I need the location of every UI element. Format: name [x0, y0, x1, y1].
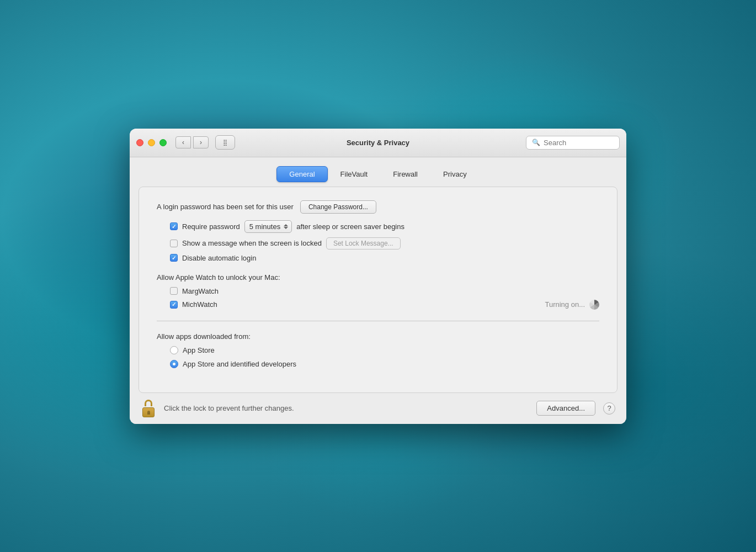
search-input[interactable]	[544, 139, 614, 147]
require-password-row: Require password 5 minutes after sleep o…	[170, 220, 599, 233]
app-store-identified-radio[interactable]	[170, 360, 178, 368]
apple-watch-options: MargWatch MichWatch Turning on...	[157, 287, 599, 310]
mich-watch-checkbox[interactable]	[170, 301, 178, 309]
disable-login-label: Disable automatic login	[182, 254, 256, 262]
show-message-label: Show a message when the screen is locked	[182, 239, 322, 247]
require-password-inline: Require password 5 minutes after sleep o…	[182, 220, 404, 233]
login-password-section: A login password has been set for this u…	[157, 200, 599, 262]
minimize-button[interactable]	[148, 139, 155, 146]
footer: Click the lock to prevent further change…	[130, 393, 626, 424]
traffic-lights	[136, 139, 167, 146]
nav-buttons: ‹ ›	[175, 136, 209, 148]
mich-watch-left: MichWatch	[170, 300, 217, 309]
set-lock-message-button[interactable]: Set Lock Message...	[326, 237, 401, 250]
app-source-options: App Store App Store and identified devel…	[157, 346, 599, 368]
window-title: Security & Privacy	[347, 139, 409, 147]
mich-watch-row: MichWatch Turning on...	[170, 300, 599, 310]
back-button[interactable]: ‹	[175, 136, 191, 148]
system-preferences-window: ‹ › ⣿ Security & Privacy 🔍 General FileV…	[130, 129, 626, 424]
lock-body	[142, 407, 155, 417]
show-message-checkbox[interactable]	[170, 240, 178, 247]
tab-filevault[interactable]: FileVault	[328, 166, 381, 182]
search-icon: 🔍	[532, 139, 540, 146]
tab-firewall[interactable]: Firewall	[380, 166, 430, 182]
mich-watch-label: MichWatch	[182, 300, 217, 309]
spinner-icon	[589, 300, 599, 310]
maximize-button[interactable]	[159, 139, 167, 146]
tab-privacy[interactable]: Privacy	[430, 166, 480, 182]
tabs-bar: General FileVault Firewall Privacy	[130, 157, 626, 182]
app-store-identified-label: App Store and identified developers	[183, 360, 296, 368]
turning-on-label: Turning on...	[545, 300, 585, 309]
login-password-label: A login password has been set for this u…	[157, 203, 294, 211]
app-store-row: App Store	[170, 346, 599, 354]
disable-login-checkbox[interactable]	[170, 254, 178, 262]
section-divider	[157, 321, 599, 321]
lock-keyhole-icon	[147, 411, 150, 415]
show-message-row: Show a message when the screen is locked…	[170, 237, 599, 250]
allow-apps-title: Allow apps downloaded from:	[157, 332, 599, 341]
password-time-dropdown[interactable]: 5 minutes	[244, 220, 292, 233]
app-store-label: App Store	[183, 346, 215, 354]
grid-icon: ⣿	[223, 139, 228, 146]
grid-button[interactable]: ⣿	[215, 135, 235, 150]
app-store-radio[interactable]	[170, 346, 178, 354]
advanced-button[interactable]: Advanced...	[536, 401, 595, 416]
dropdown-arrow-icon	[284, 224, 288, 229]
main-content: A login password has been set for this u…	[139, 187, 617, 393]
marg-watch-checkbox[interactable]	[170, 287, 178, 295]
password-time-value: 5 minutes	[249, 222, 280, 231]
login-password-row: A login password has been set for this u…	[157, 200, 599, 214]
app-store-identified-row: App Store and identified developers	[170, 360, 599, 368]
help-button[interactable]: ?	[603, 402, 615, 415]
apple-watch-title: Allow Apple Watch to unlock your Mac:	[157, 273, 599, 282]
turning-on-indicator: Turning on...	[545, 300, 599, 310]
marg-watch-row: MargWatch	[170, 287, 599, 295]
lock-icon[interactable]	[141, 400, 156, 417]
allow-apps-section: Allow apps downloaded from: App Store Ap…	[157, 332, 599, 368]
disable-login-row: Disable automatic login	[170, 254, 599, 262]
titlebar: ‹ › ⣿ Security & Privacy 🔍	[130, 129, 626, 157]
apple-watch-section: Allow Apple Watch to unlock your Mac: Ma…	[157, 273, 599, 310]
marg-watch-label: MargWatch	[182, 287, 219, 295]
require-password-label: Require password	[182, 222, 240, 231]
lock-message: Click the lock to prevent further change…	[164, 404, 529, 412]
change-password-button[interactable]: Change Password...	[300, 200, 376, 214]
password-options: Require password 5 minutes after sleep o…	[157, 220, 599, 262]
close-button[interactable]	[136, 139, 143, 146]
require-password-checkbox[interactable]	[170, 222, 178, 230]
forward-button[interactable]: ›	[193, 136, 209, 148]
tab-general[interactable]: General	[276, 166, 327, 182]
require-password-suffix: after sleep or screen saver begins	[296, 222, 404, 231]
lock-shackle	[145, 400, 152, 406]
search-box[interactable]: 🔍	[526, 136, 620, 150]
